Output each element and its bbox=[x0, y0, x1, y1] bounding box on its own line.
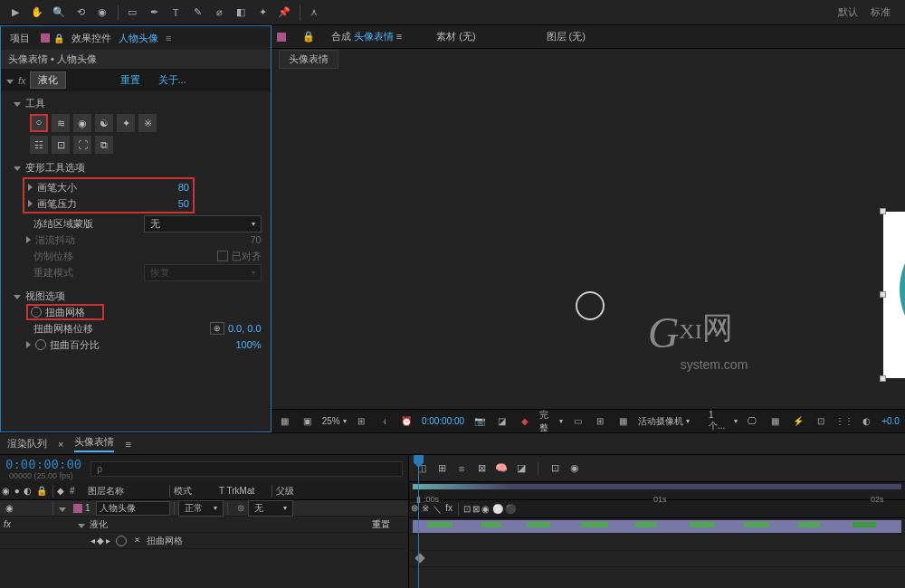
parent-dropdown[interactable]: 无▾ bbox=[248, 500, 293, 517]
stopwatch-icon[interactable] bbox=[116, 536, 127, 546]
lock-column-icon[interactable]: 🔒 bbox=[36, 486, 47, 496]
tab-timeline-comp[interactable]: 头像表情 bbox=[74, 435, 114, 452]
tab-footage[interactable]: 素材 (无) bbox=[436, 30, 475, 43]
tab-layer[interactable]: 图层 (无) bbox=[547, 30, 586, 43]
shift-tool-icon[interactable]: ☷ bbox=[30, 136, 48, 154]
orbit-tool-icon[interactable]: ⟲ bbox=[71, 3, 90, 23]
text-tool-icon[interactable]: T bbox=[166, 3, 186, 23]
puppet-tool-icon[interactable]: 📌 bbox=[274, 3, 294, 23]
stopwatch-icon[interactable] bbox=[35, 339, 46, 350]
timeline-icon[interactable]: ⊡ bbox=[813, 416, 828, 426]
transform-handle[interactable] bbox=[880, 208, 886, 214]
distort-pct-value[interactable]: 100% bbox=[235, 339, 261, 350]
next-keyframe-icon[interactable]: ▸ bbox=[106, 536, 110, 545]
show-snapshot-icon[interactable]: ◪ bbox=[494, 416, 510, 426]
reset-button[interactable]: 重置 bbox=[372, 518, 390, 531]
expand-toggle-icon[interactable] bbox=[28, 184, 33, 191]
avatar-layer[interactable] bbox=[883, 212, 905, 378]
mask-icon[interactable]: ▦ bbox=[767, 416, 783, 426]
views-dropdown[interactable]: 1 个...▾ bbox=[709, 410, 738, 432]
transform-handle[interactable] bbox=[880, 375, 886, 382]
channel-toggle-icon[interactable]: ▣ bbox=[300, 416, 315, 426]
view-icon[interactable]: 🖵 bbox=[745, 416, 760, 426]
roto-tool-icon[interactable]: ✦ bbox=[252, 3, 272, 23]
reconstruct-tool-icon[interactable]: ⧉ bbox=[95, 136, 113, 154]
time-icon[interactable]: ⏰ bbox=[399, 416, 414, 426]
rgb-icon[interactable]: ◆ bbox=[517, 416, 532, 426]
clone-tool-icon[interactable]: ⛶ bbox=[73, 136, 91, 154]
reflect-tool-icon[interactable]: ⊡ bbox=[52, 136, 70, 154]
composition-viewport[interactable]: GXI网 system.com bbox=[272, 69, 905, 409]
playhead[interactable] bbox=[418, 455, 419, 588]
zoom-tool-icon[interactable]: 🔍 bbox=[49, 3, 69, 23]
time-ruler[interactable]: ▮ :00s 01s 02s bbox=[409, 482, 905, 500]
rect-tool-icon[interactable]: ▭ bbox=[122, 3, 142, 23]
stopwatch-icon[interactable] bbox=[31, 307, 42, 318]
anchor-point-icon[interactable]: ⊕ bbox=[210, 322, 224, 335]
twirl-ccw-tool-icon[interactable]: ☯ bbox=[95, 114, 113, 132]
fast-preview-icon[interactable]: ⚡ bbox=[790, 416, 805, 426]
prev-keyframe-icon[interactable]: ◂ bbox=[90, 536, 95, 545]
markers-icon[interactable]: ◉ bbox=[567, 461, 582, 476]
about-link[interactable]: 关于... bbox=[158, 73, 186, 87]
twirl-cw-tool-icon[interactable]: ◉ bbox=[73, 114, 91, 132]
effect-row-name[interactable]: 液化 bbox=[90, 518, 198, 531]
bloat-tool-icon[interactable]: ※ bbox=[138, 114, 157, 132]
brush-size-value[interactable]: 80 bbox=[178, 182, 189, 193]
pen-tool-icon[interactable]: ✒ bbox=[144, 3, 164, 23]
label-color-swatch[interactable] bbox=[73, 504, 82, 513]
workspace-default[interactable]: 默认 bbox=[838, 5, 858, 19]
turbulence-tool-icon[interactable]: ≋ bbox=[52, 114, 70, 132]
expand-toggle-icon[interactable] bbox=[26, 341, 31, 348]
warp-tool-icon[interactable]: ᮰ bbox=[30, 114, 48, 132]
snap-icon[interactable]: ⊡ bbox=[548, 461, 562, 476]
roi-icon[interactable]: ▭ bbox=[570, 416, 586, 426]
selection-tool-icon[interactable]: ▶ bbox=[5, 3, 25, 23]
fx-column-icon[interactable]: fx bbox=[445, 503, 452, 516]
panel-menu-icon[interactable]: ≡ bbox=[166, 33, 171, 43]
res-icon[interactable]: ⊞ bbox=[354, 416, 369, 426]
rotation-tool-icon[interactable]: ◉ bbox=[92, 3, 112, 23]
motion-blur-icon[interactable]: ≡ bbox=[454, 461, 469, 476]
expand-toggle-icon[interactable] bbox=[59, 507, 66, 512]
pickwhip-icon[interactable]: ⊚ bbox=[237, 503, 244, 513]
eye-column-icon[interactable]: ◉ bbox=[2, 486, 10, 496]
tab-render-queue[interactable]: 渲染队列 bbox=[7, 437, 47, 450]
shy-icon[interactable]: ◆ bbox=[57, 486, 70, 496]
keyframe-diamond[interactable] bbox=[414, 553, 424, 563]
local-axis-icon[interactable]: ⋏ bbox=[304, 3, 324, 23]
layer-name[interactable]: 人物头像 bbox=[96, 501, 170, 516]
snapshot-icon[interactable]: 📷 bbox=[472, 416, 487, 426]
exposure-reset-icon[interactable]: ◐ bbox=[859, 416, 874, 426]
expand-toggle-icon[interactable] bbox=[78, 524, 85, 528]
shy-toggle-icon[interactable]: ◪ bbox=[514, 461, 529, 476]
reset-button[interactable]: 重置 bbox=[120, 73, 140, 87]
guides-icon[interactable]: ▦ bbox=[615, 416, 631, 426]
tab-effect-controls[interactable]: 效果控件 bbox=[68, 30, 115, 47]
expand-toggle-icon[interactable] bbox=[14, 166, 21, 171]
blend-mode-dropdown[interactable]: 正常▾ bbox=[178, 500, 224, 517]
expand-toggle-icon[interactable] bbox=[28, 200, 33, 207]
viewer-timecode[interactable]: 0:00:00:00 bbox=[422, 416, 464, 426]
tab-composition[interactable]: 合成 bbox=[331, 31, 351, 42]
graph-editor-icon[interactable]: ⊠ bbox=[474, 461, 489, 476]
subtab-comp[interactable]: 头像表情 bbox=[279, 50, 338, 69]
add-keyframe-icon[interactable]: ◆ bbox=[97, 536, 104, 545]
brush-pressure-value[interactable]: 50 bbox=[178, 198, 189, 209]
grid-icon[interactable]: ⊞ bbox=[593, 416, 608, 426]
resolution-dropdown[interactable]: 完整▾ bbox=[539, 409, 563, 434]
flowchart-icon[interactable]: ⋮⋮ bbox=[835, 416, 852, 426]
layer-search-input[interactable] bbox=[90, 461, 403, 477]
lock-icon[interactable]: 🔒 bbox=[53, 33, 64, 43]
transform-handle[interactable] bbox=[880, 291, 886, 298]
keyframe-span[interactable] bbox=[427, 522, 452, 527]
fx-badge[interactable]: fx bbox=[0, 519, 14, 529]
effect-name[interactable]: 液化 bbox=[30, 71, 66, 89]
work-area-bar[interactable] bbox=[413, 484, 901, 489]
lock-icon[interactable]: 🔒 bbox=[302, 31, 315, 43]
panel-menu-icon[interactable]: ≡ bbox=[125, 439, 130, 450]
expand-toggle-icon[interactable] bbox=[6, 80, 14, 84]
workspace-standard[interactable]: 标准 bbox=[871, 5, 891, 19]
zoom-dropdown[interactable]: 25%▾ bbox=[322, 416, 347, 426]
eraser-tool-icon[interactable]: ◧ bbox=[231, 3, 251, 23]
